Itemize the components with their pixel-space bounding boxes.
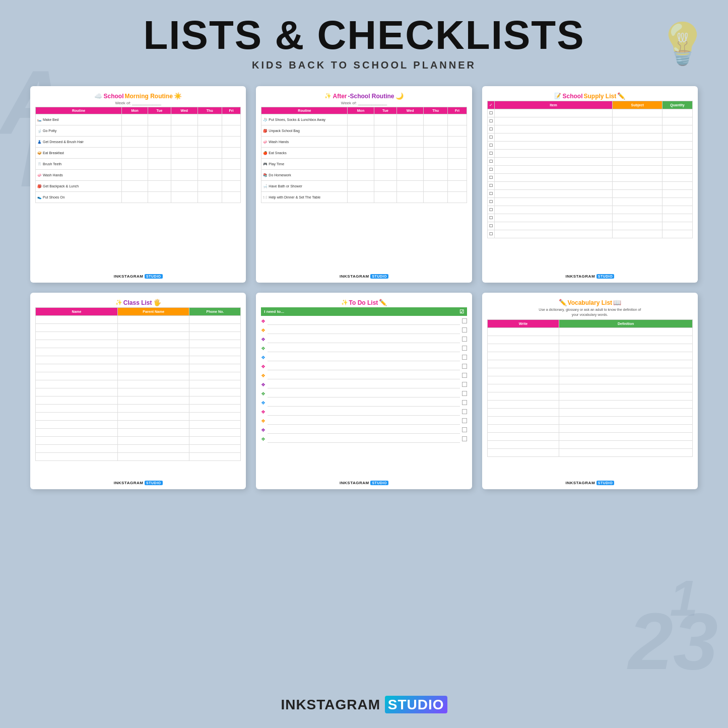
todo-row: ❖: [261, 362, 467, 370]
vocab-col-def: Definition: [559, 319, 693, 327]
class-row: [36, 413, 241, 421]
class-row: [36, 364, 241, 372]
morning-row: 🎒Get Backpack & Lunch: [36, 181, 241, 192]
vocab-row: [487, 392, 692, 400]
supply-col-subject: Subject: [613, 101, 663, 109]
class-table: Name Parent Name Phone No.: [35, 307, 241, 461]
morning-col-wed: Wed: [171, 107, 197, 114]
vocab-row: [487, 352, 692, 360]
todo-row: ❖: [261, 389, 467, 398]
class-row: [36, 372, 241, 380]
todo-title: ✨ To Do List ✏️: [261, 299, 467, 306]
morning-row: 🛏️Make Bed: [36, 114, 241, 125]
vocab-row: [487, 432, 692, 440]
supply-row: ☐: [487, 182, 692, 190]
morning-row: 🦷Brush Teeth: [36, 159, 241, 170]
vocab-row: [487, 424, 692, 432]
class-row: [36, 437, 241, 445]
supply-row: ☐: [487, 142, 692, 150]
supply-row: ☐: [487, 230, 692, 238]
class-row: [36, 421, 241, 429]
after-col-fri: Fri: [448, 107, 467, 114]
morning-brand: INKSTAGRAM STUDIO: [35, 272, 241, 279]
todo-card: ✨ To Do List ✏️ I need to... ☑ ❖ ❖ ❖ ❖ ❖…: [256, 293, 472, 489]
supply-row: ☐: [487, 174, 692, 182]
class-row: [36, 316, 241, 324]
todo-row: ❖: [261, 326, 467, 334]
vocab-row: [487, 448, 692, 456]
morning-col-mon: Mon: [122, 107, 148, 114]
morning-week: Week of: _____________: [35, 101, 241, 105]
todo-row: ❖: [261, 317, 467, 325]
todo-rows: ❖ ❖ ❖ ❖ ❖ ❖ ❖ ❖ ❖ ❖ ❖: [261, 317, 467, 444]
after-col-mon: Mon: [348, 107, 374, 114]
class-col-phone: Phone No.: [189, 308, 241, 316]
morning-row: 🚽Go Potty: [36, 125, 241, 137]
after-row: 🍽️Help with Dinner & Set The Table: [261, 192, 467, 203]
after-week: Week of: _____________: [261, 101, 467, 105]
vocab-row: [487, 360, 692, 368]
todo-row: ❖: [261, 408, 467, 416]
supply-row: ☐: [487, 206, 692, 214]
after-title: ✨ After -School Routine 🌙: [261, 92, 467, 100]
supply-row: ☐: [487, 198, 692, 206]
class-row: [36, 405, 241, 413]
supply-col-qty: Quantity: [663, 101, 693, 109]
morning-table: Routine Mon Tue Wed Thu Fri 🛏️Make Bed 🚽…: [35, 107, 241, 203]
vocab-row: [487, 327, 692, 336]
pages-grid: ☁️ School Morning Routine ☀️ Week of: __…: [0, 76, 728, 499]
footer-ink: INKSTAGRAM: [281, 697, 380, 712]
after-row: 🍎Eat Snacks: [261, 148, 467, 159]
supply-row: ☐: [487, 125, 692, 134]
vocab-col-write: Write: [487, 319, 559, 327]
todo-row: ❖: [261, 417, 467, 425]
vocab-row: [487, 376, 692, 384]
todo-row: ❖: [261, 344, 467, 352]
after-row: 🧦Put Shoes, Socks & Lunchbox Away: [261, 114, 467, 125]
after-col-routine: Routine: [261, 107, 348, 114]
after-row: 🎒Unpack School Bag: [261, 125, 467, 137]
class-brand: INKSTAGRAM STUDIO: [35, 479, 241, 485]
after-row: 🧼Wash Hands: [261, 137, 467, 148]
vocab-row: [487, 400, 692, 408]
class-row: [36, 340, 241, 348]
supply-col-item: Item: [494, 101, 613, 109]
morning-routine-card: ☁️ School Morning Routine ☀️ Week of: __…: [30, 86, 246, 283]
vocab-row: [487, 384, 692, 392]
morning-row: 🥪Eat Breakfast: [36, 148, 241, 159]
supply-row: ☐: [487, 222, 692, 230]
class-row: [36, 429, 241, 437]
after-col-tue: Tue: [374, 107, 397, 114]
after-col-thu: Thu: [424, 107, 448, 114]
class-row: [36, 324, 241, 332]
supply-row: ☐: [487, 214, 692, 222]
morning-row: 👗Get Dressed & Brush Hair: [36, 137, 241, 148]
vocab-row: [487, 440, 692, 448]
after-row: 📚Do Homework: [261, 170, 467, 181]
class-row: [36, 356, 241, 364]
vocab-row: [487, 336, 692, 344]
footer-brand: INKSTAGRAM STUDIO: [281, 696, 447, 713]
header: LISTS & CHECKLISTS KIDS BACK TO SCHOOL P…: [0, 0, 728, 71]
class-row: [36, 388, 241, 396]
morning-title: ☁️ School Morning Routine ☀️: [35, 92, 241, 100]
todo-row: ❖: [261, 435, 467, 443]
after-row: 🎮Play Time: [261, 159, 467, 170]
vocab-row: [487, 344, 692, 352]
vocab-title: ✏️ Vocabulary List 📖: [487, 299, 693, 306]
todo-row: ❖: [261, 353, 467, 361]
supply-row: ☐: [487, 166, 692, 174]
morning-col-routine: Routine: [36, 107, 122, 114]
todo-row: ❖: [261, 399, 467, 407]
footer-studio: STUDIO: [385, 696, 447, 713]
morning-col-thu: Thu: [197, 107, 222, 114]
morning-row: 🧼Wash Hands: [36, 170, 241, 181]
vocab-row: [487, 368, 692, 376]
todo-header-text: I need to...: [264, 309, 284, 314]
main-title: LISTS & CHECKLISTS: [0, 15, 728, 55]
supply-row: ☐: [487, 109, 692, 117]
class-row: [36, 396, 241, 405]
class-row: [36, 445, 241, 453]
after-table: Routine Mon Tue Wed Thu Fri 🧦Put Shoes, …: [261, 107, 467, 203]
morning-row: 👟Put Shoes On: [36, 192, 241, 203]
